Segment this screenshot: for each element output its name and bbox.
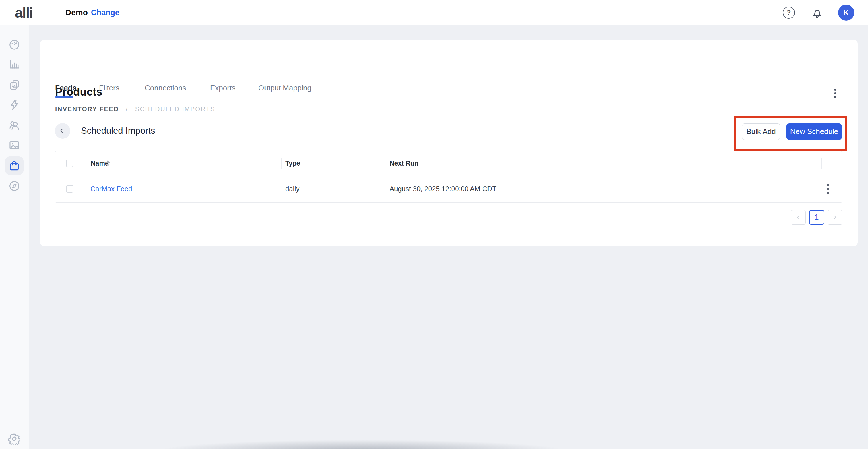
column-divider — [281, 158, 282, 169]
select-all-checkbox[interactable] — [66, 160, 73, 167]
lightning-bolt-icon — [8, 98, 21, 111]
image-icon — [8, 139, 21, 152]
sidebar-item-explore[interactable] — [5, 177, 24, 195]
kebab-dot — [827, 184, 829, 186]
sidebar-item-creative[interactable] — [5, 136, 24, 154]
compass-icon — [8, 180, 21, 192]
tab-exports[interactable]: Exports — [210, 79, 236, 97]
tabs-divider — [40, 98, 858, 98]
pagination-page-1[interactable]: 1 — [809, 210, 824, 224]
bell-icon — [811, 6, 824, 20]
products-card: Products Feeds Filters Connections Expor… — [40, 40, 858, 246]
dashboard-gauge-icon — [8, 38, 21, 51]
pagination-prev-button[interactable] — [791, 210, 806, 224]
user-avatar[interactable]: K — [838, 5, 854, 21]
tab-filters[interactable]: Filters — [99, 79, 119, 97]
chevron-right-icon — [832, 214, 838, 220]
row-menu-button[interactable] — [822, 181, 834, 197]
products-tabs: Feeds Filters Connections Exports Output… — [40, 79, 858, 98]
sidebar-item-audiences[interactable] — [5, 116, 24, 134]
feed-next-run-cell: August 30, 2025 12:00:00 AM CDT — [390, 175, 496, 202]
account-name: Demo — [65, 0, 88, 25]
gear-icon — [8, 432, 21, 445]
feed-type-cell: daily — [285, 175, 299, 202]
users-icon — [8, 119, 21, 131]
row-checkbox[interactable] — [66, 185, 73, 192]
clipboard-check-icon — [8, 79, 21, 91]
sort-desc-icon — [106, 164, 110, 167]
bottom-shade — [126, 439, 597, 449]
sidebar-item-analytics[interactable] — [5, 55, 24, 73]
sidebar-item-automation[interactable] — [5, 96, 24, 114]
topbar: alli Demo Change ? K — [0, 0, 868, 25]
section-title: Scheduled Imports — [81, 123, 155, 139]
bar-chart-icon — [8, 58, 21, 71]
back-button[interactable] — [55, 123, 70, 139]
column-divider — [383, 158, 383, 169]
table-header: Name Type Next Run — [55, 151, 842, 175]
feed-name-link[interactable]: CarMax Feed — [90, 185, 132, 193]
topbar-divider — [50, 3, 50, 21]
avatar-initial: K — [844, 9, 849, 17]
column-divider — [822, 158, 822, 169]
sort-asc-icon — [106, 160, 110, 163]
tab-output-mapping[interactable]: Output Mapping — [258, 79, 311, 97]
section-actions: Bulk Add New Schedule — [742, 123, 842, 140]
sidebar-item-tasks[interactable] — [5, 76, 24, 94]
sidebar-divider — [4, 423, 25, 423]
breadcrumb-separator: / — [126, 106, 128, 113]
breadcrumb: INVENTORY FEED / SCHEDULED IMPORTS — [55, 106, 215, 113]
shopping-bag-icon — [8, 159, 21, 172]
scheduled-imports-table: Name Type Next Run CarMax Feed daily Aug… — [55, 151, 842, 203]
tab-feeds[interactable]: Feeds — [55, 79, 76, 97]
column-header-type: Type — [285, 151, 300, 175]
column-header-next-run: Next Run — [390, 151, 418, 175]
sidebar-nav — [0, 25, 29, 449]
table-row: CarMax Feed daily August 30, 2025 12:00:… — [55, 175, 842, 202]
help-button[interactable]: ? — [783, 7, 795, 19]
sidebar-item-products[interactable] — [5, 156, 24, 175]
kebab-dot — [827, 188, 829, 190]
kebab-dot — [827, 192, 829, 194]
notifications-button[interactable] — [811, 6, 824, 20]
sort-control[interactable] — [106, 151, 110, 175]
breadcrumb-parent[interactable]: INVENTORY FEED — [55, 106, 119, 113]
question-icon: ? — [787, 9, 791, 17]
arrow-left-icon — [59, 127, 67, 135]
breadcrumb-current: SCHEDULED IMPORTS — [135, 106, 215, 113]
sidebar-item-dashboard[interactable] — [5, 35, 24, 54]
pagination-next-button[interactable] — [828, 210, 842, 224]
alli-logo: alli — [15, 0, 33, 25]
change-account-link[interactable]: Change — [91, 0, 119, 25]
bulk-add-button[interactable]: Bulk Add — [742, 123, 780, 140]
tab-connections[interactable]: Connections — [145, 79, 186, 97]
chevron-left-icon — [795, 214, 801, 220]
new-schedule-button[interactable]: New Schedule — [786, 123, 842, 140]
sidebar-item-settings[interactable] — [5, 429, 24, 448]
